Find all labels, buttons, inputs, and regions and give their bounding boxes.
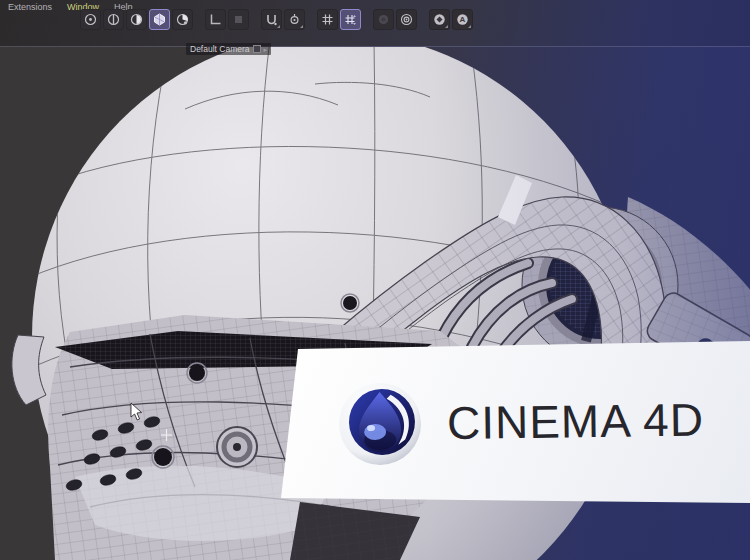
- toolbar-group-snap: [261, 9, 305, 30]
- annotate-a-icon: A: [456, 13, 469, 26]
- edges-mode-icon: [107, 13, 120, 26]
- target-button[interactable]: [396, 9, 417, 30]
- model-mode-button[interactable]: [149, 9, 170, 30]
- toolbar-group-grid: [317, 9, 361, 30]
- viewport-camera-label[interactable]: Default Camera ▸: [186, 43, 271, 55]
- simulation-button[interactable]: [373, 9, 394, 30]
- polygons-mode-button[interactable]: [126, 9, 147, 30]
- snap-settings-icon: [288, 13, 301, 26]
- quantize-button[interactable]: [340, 9, 361, 30]
- render-sphere-icon: [433, 13, 446, 26]
- target-icon: [400, 13, 413, 26]
- simulation-icon: [377, 13, 390, 26]
- svg-text:A: A: [460, 15, 466, 24]
- snap-button[interactable]: [261, 9, 282, 30]
- axis-button[interactable]: [228, 9, 249, 30]
- grid-snap-button[interactable]: [317, 9, 338, 30]
- toolbar-group-view: [373, 9, 417, 30]
- cinema4d-window: Extensions Window Help: [0, 0, 750, 560]
- workplane-button[interactable]: [205, 9, 226, 30]
- points-mode-icon: [84, 13, 97, 26]
- snap-settings-button[interactable]: [284, 9, 305, 30]
- points-mode-button[interactable]: [80, 9, 101, 30]
- grid-icon: [321, 13, 334, 26]
- menu-item-extensions[interactable]: Extensions: [8, 2, 52, 15]
- polygons-mode-icon: [130, 13, 143, 26]
- camera-icon: [253, 45, 261, 53]
- snap-magnet-icon: [265, 13, 278, 26]
- viewport-divider: [0, 46, 750, 47]
- brand-title: CINEMA 4D: [447, 392, 705, 450]
- toolbar: A: [80, 9, 485, 30]
- texture-mode-button[interactable]: [172, 9, 193, 30]
- edges-mode-button[interactable]: [103, 9, 124, 30]
- quantize-icon: [344, 13, 357, 26]
- toolbar-group-misc: A: [429, 9, 473, 30]
- brand-lockup: CINEMA 4D: [336, 377, 704, 466]
- axis-icon: [232, 13, 245, 26]
- model-mode-icon: [153, 13, 166, 26]
- chevron-right-icon: ▸: [264, 46, 268, 53]
- camera-label-text: Default Camera: [190, 44, 250, 54]
- render-view-button[interactable]: [429, 9, 450, 30]
- annotate-button[interactable]: A: [452, 9, 473, 30]
- texture-mode-icon: [176, 13, 189, 26]
- toolbar-group-workplane: [205, 9, 249, 30]
- workplane-icon: [209, 13, 222, 26]
- brand-banner: CINEMA 4D: [281, 341, 750, 503]
- cinema4d-logo-icon: [336, 381, 423, 466]
- toolbar-group-modes: [80, 9, 193, 30]
